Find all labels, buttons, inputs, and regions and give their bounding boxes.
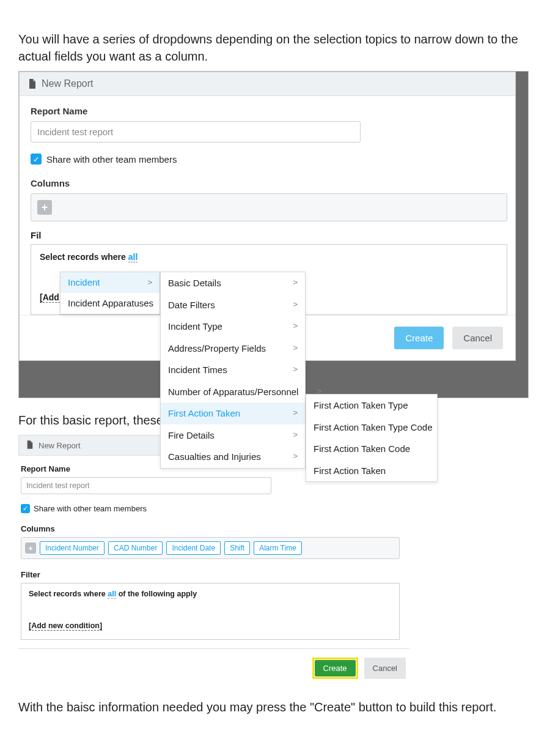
column-menu-level3: First Action Taken Type First Action Tak…: [306, 394, 438, 482]
columns-label: Columns: [31, 178, 504, 188]
chevron-right-icon: >: [293, 430, 298, 440]
filter-box-2: Select records where all of the followin…: [21, 583, 400, 640]
create-button-highlight: Create: [312, 658, 358, 679]
menu1-item-incident[interactable]: Incident >: [61, 272, 160, 293]
share-label-2: Share with other team members: [34, 504, 147, 513]
menu3-item[interactable]: First Action Taken Type: [306, 395, 437, 417]
file-icon: [28, 79, 37, 89]
dialog-title-2: New Report: [39, 441, 81, 450]
column-chip[interactable]: CAD Number: [108, 541, 163, 555]
menu2-item[interactable]: Number of Apparatus/Personnel>: [161, 381, 305, 403]
column-chip[interactable]: Incident Date: [166, 541, 221, 555]
menu2-item[interactable]: Fire Details>: [161, 424, 305, 447]
dialog-title: New Report: [42, 78, 93, 89]
filter-records-line: Select records where all: [40, 252, 498, 262]
file-icon: [26, 440, 35, 450]
add-condition-link-2[interactable]: [Add new condition]: [29, 621, 102, 631]
dialog-footer-2: Create Cancel: [18, 648, 409, 683]
create-button[interactable]: Create: [394, 327, 444, 349]
chevron-right-icon: >: [147, 278, 152, 287]
share-label: Share with other team members: [46, 154, 177, 165]
chevron-right-icon: >: [293, 321, 298, 332]
report-name-input[interactable]: [31, 121, 361, 143]
columns-box[interactable]: +: [31, 193, 507, 221]
chevron-right-icon: >: [293, 365, 298, 375]
menu1-item-incident-apparatuses[interactable]: Incident Apparatuses >: [61, 293, 160, 314]
menu3-item[interactable]: First Action Taken Type Code: [306, 417, 437, 439]
chevron-right-icon: >: [293, 451, 298, 462]
filter-all-toggle[interactable]: all: [128, 252, 138, 262]
chevron-right-icon: >: [293, 343, 298, 354]
add-column-button-2[interactable]: +: [25, 543, 36, 554]
share-checkbox-2[interactable]: ✓: [21, 504, 30, 513]
chevron-right-icon: >: [293, 408, 298, 418]
dialog-header: New Report: [20, 72, 515, 96]
menu2-item[interactable]: Date Filters>: [161, 294, 305, 316]
create-button-2[interactable]: Create: [315, 660, 356, 676]
column-menu-level2: Basic Details> Date Filters> Incident Ty…: [160, 272, 306, 469]
menu2-item[interactable]: Address/Property Fields>: [161, 338, 305, 360]
menu3-item[interactable]: First Action Taken: [306, 460, 437, 482]
columns-label-2: Columns: [21, 524, 409, 533]
add-column-button[interactable]: +: [37, 200, 52, 215]
chevron-right-icon: >: [293, 278, 298, 288]
outro-paragraph: With the baisc information needed you ma…: [18, 699, 529, 716]
menu2-item[interactable]: Casualties and Injuries>: [161, 446, 305, 468]
menu2-item-first-action-taken[interactable]: First Action Taken>: [161, 402, 305, 424]
filter-records-line-2: Select records where all of the followin…: [29, 590, 392, 598]
share-checkbox[interactable]: ✓: [31, 154, 42, 165]
intro-paragraph: You will have a series of dropdowns depe…: [18, 31, 529, 65]
column-chip[interactable]: Shift: [224, 541, 250, 555]
menu2-item[interactable]: Incident Type>: [161, 316, 305, 338]
cancel-button[interactable]: Cancel: [452, 327, 503, 349]
filter-label-2: Filter: [21, 570, 409, 579]
columns-box-2[interactable]: + Incident Number CAD Number Incident Da…: [21, 537, 400, 559]
column-chip[interactable]: Incident Number: [40, 541, 105, 555]
filter-all-toggle-2[interactable]: all: [108, 590, 116, 599]
column-chip[interactable]: Alarm Time: [254, 541, 302, 555]
menu2-item[interactable]: Incident Times>: [161, 359, 305, 381]
cancel-button-2[interactable]: Cancel: [364, 658, 406, 679]
menu3-item[interactable]: First Action Taken Code: [306, 438, 437, 460]
filter-label-truncated: Fil: [31, 230, 504, 240]
report-name-input-2[interactable]: [21, 477, 271, 494]
screenshot-1: New Report Report Name ✓ Share with othe…: [18, 71, 529, 398]
column-menu-level1: Incident > Incident Apparatuses >: [60, 272, 160, 314]
report-name-label: Report Name: [31, 106, 504, 116]
menu2-item[interactable]: Basic Details>: [161, 272, 305, 294]
chevron-right-icon: >: [293, 300, 298, 310]
